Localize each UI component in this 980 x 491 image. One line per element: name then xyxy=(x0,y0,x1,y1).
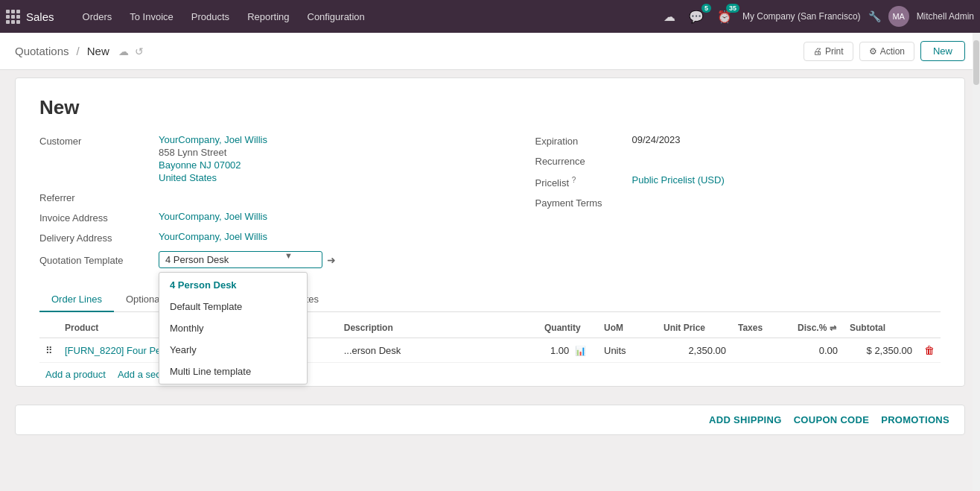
tab-order-lines[interactable]: Order Lines xyxy=(39,288,114,312)
scrollbar-thumb[interactable] xyxy=(973,40,979,85)
menu-products[interactable]: Products xyxy=(184,7,237,27)
row-handle[interactable]: ⠿ xyxy=(39,338,59,363)
col-disc-header: Disc.% ⇌ xyxy=(792,318,844,338)
promotions-link[interactable]: PROMOTIONS xyxy=(881,414,949,425)
dropdown-item-yearly[interactable]: Yearly xyxy=(159,339,307,361)
breadcrumb: Quotations / New ☁ ↺ xyxy=(15,45,144,57)
toolbar: 🖨 Print ⚙ Action New xyxy=(804,41,965,61)
expiration-value[interactable]: 09/24/2023 xyxy=(632,134,681,145)
payment-terms-row: Payment Terms xyxy=(535,196,941,209)
referrer-label: Referrer xyxy=(39,191,159,203)
invoice-address-row: Invoice Address YourCompany, Joel Willis xyxy=(39,211,535,224)
dropdown-item-multiline[interactable]: Multi Line template xyxy=(159,361,307,382)
top-navbar: Sales Orders To Invoice Products Reporti… xyxy=(0,0,980,33)
pricelist-value[interactable]: Public Pricelist (USD) xyxy=(632,174,725,186)
print-button[interactable]: 🖨 Print xyxy=(804,42,853,61)
row-subtotal: $ 2,350.00 xyxy=(844,338,918,363)
payment-terms-label: Payment Terms xyxy=(535,196,632,209)
row-quantity[interactable]: 1.00 📊 xyxy=(538,338,598,363)
user-name[interactable]: Mitchell Admin xyxy=(917,11,974,22)
form-col-right: Expiration 09/24/2023 Recurrence Priceli… xyxy=(535,134,941,276)
customer-name[interactable]: YourCompany, Joel Willis xyxy=(159,134,267,145)
recurrence-row: Recurrence xyxy=(535,154,941,167)
customer-row: Customer YourCompany, Joel Willis 858 Ly… xyxy=(39,134,535,183)
scrollbar-track xyxy=(973,33,980,491)
dropdown-item-default[interactable]: Default Template xyxy=(159,296,307,317)
expiration-row: Expiration 09/24/2023 xyxy=(535,134,941,147)
pricelist-row: Pricelist ? Public Pricelist (USD) xyxy=(535,174,941,189)
new-button[interactable]: New xyxy=(920,41,965,61)
bottom-bar: ADD SHIPPING COUPON CODE PROMOTIONS xyxy=(15,405,965,435)
row-delete[interactable]: 🗑 xyxy=(918,338,941,363)
row-description[interactable]: ...erson Desk xyxy=(338,338,538,363)
app-name[interactable]: Sales xyxy=(26,10,54,23)
customer-label: Customer xyxy=(39,134,159,147)
col-price-header: Unit Price xyxy=(658,318,732,338)
main-wrapper: New Customer YourCompany, Joel Willis 85… xyxy=(0,70,980,491)
printer-icon: 🖨 xyxy=(813,46,822,57)
customer-addr3[interactable]: United States xyxy=(159,172,267,183)
add-shipping-link[interactable]: ADD SHIPPING xyxy=(709,414,782,425)
template-select-wrap: 4 Person Desk Default Template Monthly Y… xyxy=(159,251,336,268)
refresh-icon[interactable]: ↺ xyxy=(135,45,144,57)
app-logo[interactable]: Sales xyxy=(6,10,66,24)
breadcrumb-parent[interactable]: Quotations xyxy=(15,45,69,57)
breadcrumb-current: New xyxy=(87,45,109,57)
form-title: New xyxy=(39,96,941,119)
col-subtotal-header: Subtotal xyxy=(844,318,918,338)
dropdown-item-monthly[interactable]: Monthly xyxy=(159,317,307,339)
company-name[interactable]: My Company (San Francisco) xyxy=(742,11,861,22)
save-cloud-icon[interactable]: ☁ xyxy=(118,45,129,57)
row-uom[interactable]: Units xyxy=(598,338,658,363)
col-quantity-header: Quantity xyxy=(538,318,598,338)
coupon-code-link[interactable]: COUPON CODE xyxy=(794,414,870,425)
disc-settings-icon[interactable]: ⇌ xyxy=(830,323,836,332)
chart-icon[interactable]: 📊 xyxy=(575,346,586,356)
referrer-row: Referrer xyxy=(39,191,535,203)
row-disc[interactable]: 0.00 xyxy=(792,338,844,363)
row-unit-price[interactable]: 2,350.00 xyxy=(658,338,732,363)
invoice-address-value[interactable]: YourCompany, Joel Willis xyxy=(159,211,267,222)
customer-address: YourCompany, Joel Willis 858 Lynn Street… xyxy=(159,134,267,183)
invoice-address-label: Invoice Address xyxy=(39,211,159,224)
add-product-link[interactable]: Add a product xyxy=(45,369,106,380)
action-button[interactable]: ⚙ Action xyxy=(859,42,914,61)
activity-badge: 35 xyxy=(726,4,739,13)
template-select[interactable]: 4 Person Desk Default Template Monthly Y… xyxy=(159,251,322,268)
chat-icon-btn[interactable]: 💬 5 xyxy=(686,7,707,27)
col-description-header: Description xyxy=(338,318,538,338)
chat-badge: 5 xyxy=(701,4,711,13)
customer-addr2[interactable]: Bayonne NJ 07002 xyxy=(159,159,267,171)
activity-icon-btn[interactable]: ⏰ 35 xyxy=(714,7,735,27)
avatar-initials: MA xyxy=(892,12,905,21)
cloud-icon-btn[interactable]: ☁ xyxy=(661,7,678,27)
row-taxes[interactable] xyxy=(732,338,792,363)
gear-icon: ⚙ xyxy=(869,46,877,57)
settings-icon[interactable]: 🔧 xyxy=(868,10,881,22)
pricelist-help-icon[interactable]: ? xyxy=(572,176,576,184)
chat-icon: 💬 xyxy=(689,10,704,23)
top-menu: Orders To Invoice Products Reporting Con… xyxy=(75,7,661,27)
menu-configuration[interactable]: Configuration xyxy=(300,7,372,27)
customer-addr1: 858 Lynn Street xyxy=(159,147,267,158)
delivery-address-value[interactable]: YourCompany, Joel Willis xyxy=(159,231,267,242)
topnav-right: ☁ 💬 5 ⏰ 35 My Company (San Francisco) 🔧 … xyxy=(661,6,974,27)
external-link-icon[interactable]: ➜ xyxy=(327,254,336,266)
form-col-left: Customer YourCompany, Joel Willis 858 Ly… xyxy=(39,134,535,276)
quotation-template-row: Quotation Template 4 Person Desk Default… xyxy=(39,251,535,268)
col-actions-header xyxy=(918,318,941,338)
menu-orders[interactable]: Orders xyxy=(75,7,120,27)
cloud-icon: ☁ xyxy=(664,10,675,23)
delivery-address-row: Delivery Address YourCompany, Joel Willi… xyxy=(39,231,535,244)
breadcrumb-separator: / xyxy=(77,45,80,57)
menu-reporting[interactable]: Reporting xyxy=(240,7,296,27)
expiration-label: Expiration xyxy=(535,134,632,147)
delivery-address-label: Delivery Address xyxy=(39,231,159,244)
menu-to-invoice[interactable]: To Invoice xyxy=(122,7,181,27)
delete-icon[interactable]: 🗑 xyxy=(924,344,935,356)
avatar[interactable]: MA xyxy=(888,6,909,27)
col-uom-header: UoM xyxy=(598,318,658,338)
dropdown-item-4person[interactable]: 4 Person Desk xyxy=(159,274,307,296)
breadcrumb-bar: Quotations / New ☁ ↺ 🖨 Print ⚙ Action Ne… xyxy=(0,33,980,70)
col-handle-header xyxy=(39,318,59,338)
